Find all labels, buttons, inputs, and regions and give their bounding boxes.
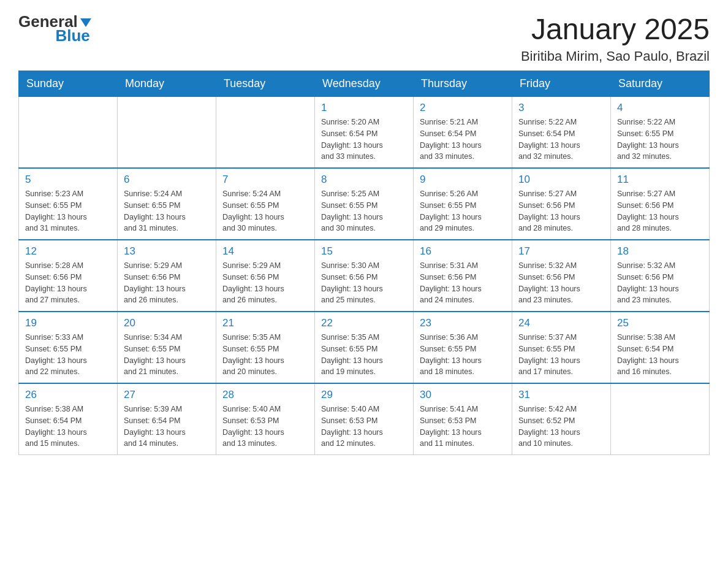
- day-info: Sunrise: 5:20 AMSunset: 6:54 PMDaylight:…: [321, 117, 407, 163]
- calendar-cell: 13Sunrise: 5:29 AMSunset: 6:56 PMDayligh…: [118, 240, 216, 312]
- calendar-cell: 20Sunrise: 5:34 AMSunset: 6:55 PMDayligh…: [118, 312, 216, 383]
- calendar-week-row: 1Sunrise: 5:20 AMSunset: 6:54 PMDaylight…: [19, 97, 710, 169]
- calendar-cell: 1Sunrise: 5:20 AMSunset: 6:54 PMDaylight…: [315, 97, 414, 169]
- calendar-cell: 17Sunrise: 5:32 AMSunset: 6:56 PMDayligh…: [512, 240, 611, 312]
- column-header-friday: Friday: [512, 71, 611, 97]
- calendar-cell: 9Sunrise: 5:26 AMSunset: 6:55 PMDaylight…: [414, 168, 512, 240]
- day-number: 19: [25, 317, 111, 329]
- day-number: 20: [124, 317, 210, 329]
- day-info: Sunrise: 5:35 AMSunset: 6:55 PMDaylight:…: [222, 332, 308, 378]
- calendar-week-row: 5Sunrise: 5:23 AMSunset: 6:55 PMDaylight…: [19, 168, 710, 240]
- day-number: 16: [420, 245, 506, 258]
- day-number: 22: [321, 317, 407, 329]
- calendar-cell: 30Sunrise: 5:41 AMSunset: 6:53 PMDayligh…: [414, 383, 512, 455]
- day-number: 3: [518, 102, 604, 114]
- day-info: Sunrise: 5:37 AMSunset: 6:55 PMDaylight:…: [518, 332, 604, 378]
- calendar-cell: [216, 97, 315, 169]
- day-info: Sunrise: 5:21 AMSunset: 6:54 PMDaylight:…: [420, 117, 506, 163]
- day-number: 31: [518, 389, 604, 401]
- day-number: 26: [25, 389, 111, 401]
- calendar-cell: 27Sunrise: 5:39 AMSunset: 6:54 PMDayligh…: [118, 383, 216, 455]
- day-number: 23: [420, 317, 506, 329]
- day-info: Sunrise: 5:35 AMSunset: 6:55 PMDaylight:…: [321, 332, 407, 378]
- column-header-tuesday: Tuesday: [216, 71, 315, 97]
- day-number: 29: [321, 389, 407, 401]
- day-info: Sunrise: 5:24 AMSunset: 6:55 PMDaylight:…: [222, 188, 308, 234]
- calendar-cell: [118, 97, 216, 169]
- calendar-week-row: 19Sunrise: 5:33 AMSunset: 6:55 PMDayligh…: [19, 312, 710, 383]
- day-number: 17: [518, 245, 604, 258]
- day-number: 27: [124, 389, 210, 401]
- calendar-cell: 4Sunrise: 5:22 AMSunset: 6:55 PMDaylight…: [611, 97, 710, 169]
- day-info: Sunrise: 5:39 AMSunset: 6:54 PMDaylight:…: [124, 404, 210, 450]
- calendar-table: SundayMondayTuesdayWednesdayThursdayFrid…: [18, 71, 710, 455]
- day-number: 12: [25, 245, 111, 258]
- calendar-cell: 15Sunrise: 5:30 AMSunset: 6:56 PMDayligh…: [315, 240, 414, 312]
- day-info: Sunrise: 5:26 AMSunset: 6:55 PMDaylight:…: [420, 188, 506, 234]
- page-header: General Blue January 2025 Biritiba Mirim…: [18, 12, 710, 64]
- day-info: Sunrise: 5:31 AMSunset: 6:56 PMDaylight:…: [420, 260, 506, 306]
- column-header-wednesday: Wednesday: [315, 71, 414, 97]
- day-info: Sunrise: 5:42 AMSunset: 6:52 PMDaylight:…: [518, 404, 604, 450]
- calendar-cell: 24Sunrise: 5:37 AMSunset: 6:55 PMDayligh…: [512, 312, 611, 383]
- day-info: Sunrise: 5:38 AMSunset: 6:54 PMDaylight:…: [25, 404, 111, 450]
- day-number: 28: [222, 389, 308, 401]
- calendar-cell: 11Sunrise: 5:27 AMSunset: 6:56 PMDayligh…: [611, 168, 710, 240]
- calendar-cell: [19, 97, 118, 169]
- calendar-cell: 23Sunrise: 5:36 AMSunset: 6:55 PMDayligh…: [414, 312, 512, 383]
- day-info: Sunrise: 5:34 AMSunset: 6:55 PMDaylight:…: [124, 332, 210, 378]
- day-number: 8: [321, 174, 407, 186]
- day-number: 25: [617, 317, 703, 329]
- day-number: 9: [420, 174, 506, 186]
- day-info: Sunrise: 5:28 AMSunset: 6:56 PMDaylight:…: [25, 260, 111, 306]
- day-info: Sunrise: 5:30 AMSunset: 6:56 PMDaylight:…: [321, 260, 407, 306]
- day-info: Sunrise: 5:22 AMSunset: 6:54 PMDaylight:…: [518, 117, 604, 163]
- day-info: Sunrise: 5:32 AMSunset: 6:56 PMDaylight:…: [617, 260, 703, 306]
- calendar-cell: 22Sunrise: 5:35 AMSunset: 6:55 PMDayligh…: [315, 312, 414, 383]
- day-info: Sunrise: 5:32 AMSunset: 6:56 PMDaylight:…: [518, 260, 604, 306]
- calendar-header-row: SundayMondayTuesdayWednesdayThursdayFrid…: [19, 71, 710, 97]
- logo-blue-text: Blue: [55, 26, 89, 45]
- day-number: 18: [617, 245, 703, 258]
- calendar-cell: 26Sunrise: 5:38 AMSunset: 6:54 PMDayligh…: [19, 383, 118, 455]
- calendar-cell: 12Sunrise: 5:28 AMSunset: 6:56 PMDayligh…: [19, 240, 118, 312]
- calendar-cell: 16Sunrise: 5:31 AMSunset: 6:56 PMDayligh…: [414, 240, 512, 312]
- title-section: January 2025 Biritiba Mirim, Sao Paulo, …: [521, 12, 710, 64]
- day-number: 6: [124, 174, 210, 186]
- day-number: 30: [420, 389, 506, 401]
- day-number: 4: [617, 102, 703, 114]
- calendar-cell: 31Sunrise: 5:42 AMSunset: 6:52 PMDayligh…: [512, 383, 611, 455]
- column-header-monday: Monday: [118, 71, 216, 97]
- column-header-sunday: Sunday: [19, 71, 118, 97]
- column-header-saturday: Saturday: [611, 71, 710, 97]
- day-number: 1: [321, 102, 407, 114]
- calendar-week-row: 26Sunrise: 5:38 AMSunset: 6:54 PMDayligh…: [19, 383, 710, 455]
- day-number: 11: [617, 174, 703, 186]
- calendar-cell: 3Sunrise: 5:22 AMSunset: 6:54 PMDaylight…: [512, 97, 611, 169]
- calendar-cell: 8Sunrise: 5:25 AMSunset: 6:55 PMDaylight…: [315, 168, 414, 240]
- calendar-cell: [611, 383, 710, 455]
- calendar-title: January 2025: [521, 12, 710, 46]
- day-info: Sunrise: 5:22 AMSunset: 6:55 PMDaylight:…: [617, 117, 703, 163]
- day-info: Sunrise: 5:41 AMSunset: 6:53 PMDaylight:…: [420, 404, 506, 450]
- calendar-cell: 19Sunrise: 5:33 AMSunset: 6:55 PMDayligh…: [19, 312, 118, 383]
- calendar-cell: 18Sunrise: 5:32 AMSunset: 6:56 PMDayligh…: [611, 240, 710, 312]
- svg-marker-0: [80, 18, 91, 27]
- day-number: 24: [518, 317, 604, 329]
- day-info: Sunrise: 5:36 AMSunset: 6:55 PMDaylight:…: [420, 332, 506, 378]
- day-number: 15: [321, 245, 407, 258]
- day-info: Sunrise: 5:24 AMSunset: 6:55 PMDaylight:…: [124, 188, 210, 234]
- day-info: Sunrise: 5:40 AMSunset: 6:53 PMDaylight:…: [222, 404, 308, 450]
- day-number: 10: [518, 174, 604, 186]
- day-number: 5: [25, 174, 111, 186]
- day-info: Sunrise: 5:23 AMSunset: 6:55 PMDaylight:…: [25, 188, 111, 234]
- calendar-cell: 2Sunrise: 5:21 AMSunset: 6:54 PMDaylight…: [414, 97, 512, 169]
- day-info: Sunrise: 5:29 AMSunset: 6:56 PMDaylight:…: [222, 260, 308, 306]
- calendar-cell: 28Sunrise: 5:40 AMSunset: 6:53 PMDayligh…: [216, 383, 315, 455]
- day-number: 7: [222, 174, 308, 186]
- calendar-cell: 6Sunrise: 5:24 AMSunset: 6:55 PMDaylight…: [118, 168, 216, 240]
- day-number: 13: [124, 245, 210, 258]
- calendar-cell: 7Sunrise: 5:24 AMSunset: 6:55 PMDaylight…: [216, 168, 315, 240]
- calendar-cell: 25Sunrise: 5:38 AMSunset: 6:54 PMDayligh…: [611, 312, 710, 383]
- day-info: Sunrise: 5:29 AMSunset: 6:56 PMDaylight:…: [124, 260, 210, 306]
